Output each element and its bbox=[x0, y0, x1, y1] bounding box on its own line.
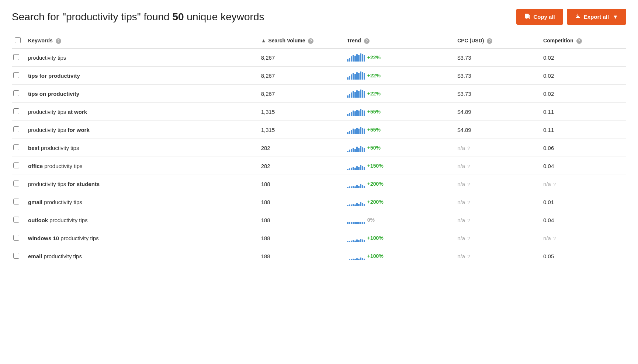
copy-icon bbox=[524, 13, 530, 20]
volume-cell: 1,315 bbox=[258, 103, 344, 121]
row-checkbox[interactable] bbox=[13, 235, 19, 241]
trend-cell: +100% bbox=[344, 247, 454, 265]
keywords-info-icon[interactable]: ? bbox=[56, 38, 61, 44]
trend-cell: +22% bbox=[344, 67, 454, 85]
volume-cell: 188 bbox=[258, 193, 344, 211]
row-checkbox[interactable] bbox=[13, 144, 19, 150]
col-header-volume[interactable]: ▲ Search Volume ? bbox=[258, 34, 344, 48]
trend-cell: +200% bbox=[344, 193, 454, 211]
cpc-na: n/a bbox=[457, 253, 465, 259]
cpc-cell: n/a ? bbox=[454, 229, 540, 247]
header-actions: Copy all Export all ▼ bbox=[516, 9, 626, 25]
trend-percentage: +55% bbox=[367, 109, 381, 115]
row-checkbox[interactable] bbox=[13, 181, 19, 186]
select-all-checkbox[interactable] bbox=[15, 37, 21, 43]
cpc-na: n/a bbox=[457, 217, 465, 223]
comp-na: n/a bbox=[543, 181, 551, 187]
volume-cell: 188 bbox=[258, 211, 344, 229]
page-title: Search for "productivity tips" found 50 … bbox=[12, 11, 264, 23]
row-checkbox[interactable] bbox=[13, 217, 19, 223]
export-dropdown-arrow: ▼ bbox=[613, 14, 618, 20]
keyword-cell: gmail productivity tips bbox=[25, 193, 258, 211]
trend-bars-chart bbox=[347, 71, 365, 80]
sort-arrow-icon: ▲ bbox=[261, 38, 266, 43]
trend-cell: +22% bbox=[344, 48, 454, 67]
row-checkbox[interactable] bbox=[13, 199, 19, 204]
row-checkbox-cell bbox=[12, 193, 25, 211]
cpc-na: n/a bbox=[457, 235, 465, 241]
volume-cell: 282 bbox=[258, 157, 344, 175]
competition-cell: 0.11 bbox=[540, 121, 626, 139]
trend-bars-chart bbox=[347, 162, 365, 170]
cpc-na-question[interactable]: ? bbox=[467, 146, 470, 151]
cpc-cell: n/a ? bbox=[454, 157, 540, 175]
page-header: Search for "productivity tips" found 50 … bbox=[12, 9, 626, 25]
copy-all-button[interactable]: Copy all bbox=[516, 9, 563, 25]
keyword-cell: outlook productivity tips bbox=[25, 211, 258, 229]
trend-cell: +200% bbox=[344, 175, 454, 193]
comp-na-question[interactable]: ? bbox=[553, 182, 556, 187]
table-row: outlook productivity tips1880%n/a ?0.04 bbox=[12, 211, 626, 229]
trend-cell: +100% bbox=[344, 229, 454, 247]
volume-cell: 188 bbox=[258, 247, 344, 265]
trend-percentage: +150% bbox=[367, 163, 384, 169]
competition-cell: n/a ? bbox=[540, 229, 626, 247]
cpc-na-question[interactable]: ? bbox=[467, 164, 470, 169]
export-all-button[interactable]: Export all ▼ bbox=[567, 9, 626, 25]
volume-cell: 282 bbox=[258, 139, 344, 157]
row-checkbox[interactable] bbox=[13, 253, 19, 259]
table-row: productivity tips for students188+200%n/… bbox=[12, 175, 626, 193]
cpc-na-question[interactable]: ? bbox=[467, 218, 470, 223]
row-checkbox[interactable] bbox=[13, 54, 19, 60]
competition-cell: n/a ? bbox=[540, 175, 626, 193]
comp-na-question[interactable]: ? bbox=[553, 236, 556, 241]
trend-percentage: +22% bbox=[367, 73, 381, 78]
row-checkbox-cell bbox=[12, 103, 25, 121]
competition-info-icon[interactable]: ? bbox=[576, 38, 582, 44]
row-checkbox[interactable] bbox=[13, 126, 19, 132]
cpc-cell: n/a ? bbox=[454, 211, 540, 229]
trend-cell: +55% bbox=[344, 103, 454, 121]
trend-percentage: +200% bbox=[367, 181, 384, 187]
row-checkbox[interactable] bbox=[13, 162, 19, 168]
table-row: productivity tips at work1,315+55%$4.890… bbox=[12, 103, 626, 121]
cpc-cell: n/a ? bbox=[454, 175, 540, 193]
trend-cell: +50% bbox=[344, 139, 454, 157]
competition-cell: 0.11 bbox=[540, 103, 626, 121]
keyword-cell: best productivity tips bbox=[25, 139, 258, 157]
cpc-info-icon[interactable]: ? bbox=[487, 38, 492, 44]
volume-cell: 8,267 bbox=[258, 48, 344, 67]
competition-cell: 0.06 bbox=[540, 139, 626, 157]
trend-bars-chart bbox=[347, 234, 365, 242]
row-checkbox-cell bbox=[12, 48, 25, 67]
cpc-cell: $4.89 bbox=[454, 121, 540, 139]
competition-cell: 0.02 bbox=[540, 85, 626, 103]
row-checkbox[interactable] bbox=[13, 90, 19, 96]
row-checkbox-cell bbox=[12, 229, 25, 247]
trend-bars-chart bbox=[347, 126, 365, 134]
trend-cell: 0% bbox=[344, 211, 454, 229]
row-checkbox[interactable] bbox=[13, 72, 19, 78]
cpc-na-question[interactable]: ? bbox=[467, 182, 470, 187]
row-checkbox-cell bbox=[12, 211, 25, 229]
volume-cell: 1,315 bbox=[258, 121, 344, 139]
cpc-na-question[interactable]: ? bbox=[467, 254, 470, 259]
trend-bars-chart bbox=[347, 144, 365, 152]
cpc-na: n/a bbox=[457, 181, 465, 187]
trend-percentage: +55% bbox=[367, 127, 381, 133]
row-checkbox-cell bbox=[12, 247, 25, 265]
cpc-na-question[interactable]: ? bbox=[467, 200, 470, 205]
cpc-na: n/a bbox=[457, 145, 465, 151]
trend-bars-chart bbox=[347, 198, 365, 206]
competition-cell: 0.02 bbox=[540, 67, 626, 85]
row-checkbox[interactable] bbox=[13, 108, 19, 114]
keywords-table: Keywords ? ▲ Search Volume ? Trend ? CPC… bbox=[12, 34, 626, 265]
cpc-na-question[interactable]: ? bbox=[467, 236, 470, 241]
trend-cell: +22% bbox=[344, 85, 454, 103]
cpc-cell: $3.73 bbox=[454, 85, 540, 103]
keyword-cell: tips on productivity bbox=[25, 85, 258, 103]
table-row: email productivity tips188+100%n/a ?0.05 bbox=[12, 247, 626, 265]
volume-info-icon[interactable]: ? bbox=[308, 38, 313, 44]
trend-info-icon[interactable]: ? bbox=[364, 38, 370, 44]
trend-cell: +150% bbox=[344, 157, 454, 175]
